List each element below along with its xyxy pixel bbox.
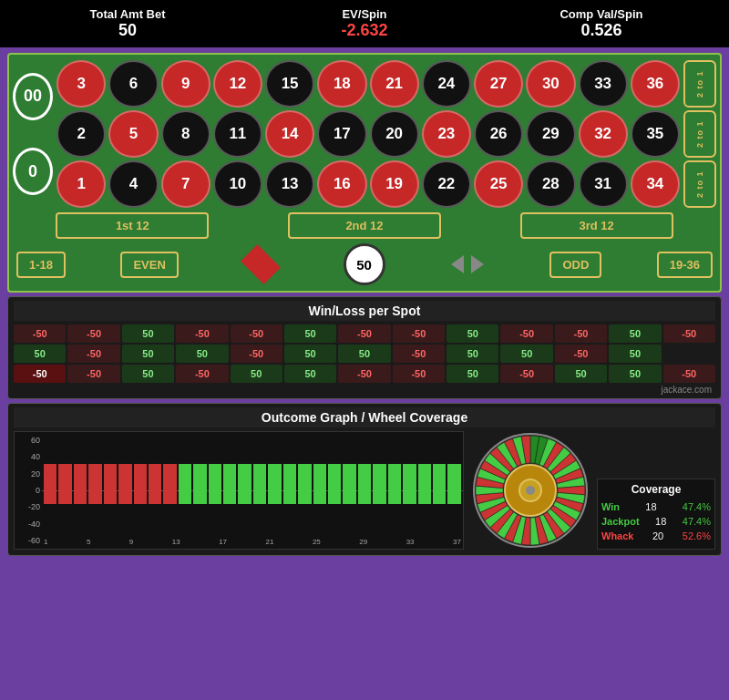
first-dozen-button[interactable]: 1st 12 — [56, 212, 209, 239]
winloss-title: Win/Loss per Spot — [14, 301, 715, 321]
wl-cell-0-5: 50 — [284, 324, 336, 343]
number-10[interactable]: 10 — [213, 160, 262, 208]
number-7[interactable]: 7 — [161, 160, 210, 208]
number-3[interactable]: 3 — [56, 60, 106, 108]
wl-cell-2-11: 50 — [609, 365, 661, 383]
number-8[interactable]: 8 — [161, 110, 210, 158]
y-axis-label: 20 — [16, 469, 40, 479]
number-30[interactable]: 30 — [526, 60, 575, 108]
number-12[interactable]: 12 — [213, 60, 262, 108]
two-to-one-bot[interactable]: 2 to 1 — [683, 160, 716, 208]
x-axis-label: 17 — [219, 538, 227, 546]
chart-bar — [358, 434, 371, 534]
number-14[interactable]: 14 — [265, 110, 314, 158]
chart-bar — [44, 434, 56, 534]
number-33[interactable]: 33 — [579, 60, 628, 108]
number-27[interactable]: 27 — [474, 60, 523, 108]
two-to-one-mid[interactable]: 2 to 1 — [683, 110, 716, 158]
number-22[interactable]: 22 — [422, 160, 471, 208]
x-axis-label: 1 — [44, 538, 47, 546]
number-16[interactable]: 16 — [317, 160, 366, 208]
comp-val-label: Comp Val/Spin — [483, 7, 720, 21]
number-5[interactable]: 5 — [108, 110, 158, 158]
wl-cell-2-3: -50 — [176, 365, 228, 383]
coverage-table: Coverage Win 18 47.4% Jackpot 18 47.4% W… — [597, 479, 715, 550]
coverage-jackpot-count: 18 — [655, 516, 666, 527]
wl-cell-0-4: -50 — [231, 324, 282, 343]
zero-button[interactable]: 0 — [13, 148, 53, 195]
number-17[interactable]: 17 — [317, 110, 366, 158]
even-button[interactable]: EVEN — [120, 252, 178, 278]
wl-cell-1-8: 50 — [447, 345, 498, 363]
number-20[interactable]: 20 — [370, 110, 419, 158]
number-9[interactable]: 9 — [161, 60, 210, 108]
chart-bar — [298, 434, 311, 534]
number-34[interactable]: 34 — [631, 160, 680, 208]
number-29[interactable]: 29 — [526, 110, 575, 158]
chart-bar — [58, 434, 71, 534]
comp-val-col: Comp Val/Spin 0.526 — [483, 7, 720, 40]
chart-bar — [447, 434, 460, 534]
y-axis-label: 60 — [16, 436, 40, 445]
number-21[interactable]: 21 — [370, 60, 419, 108]
wl-cell-1-12 — [663, 345, 715, 363]
number-2[interactable]: 2 — [56, 110, 106, 158]
second-dozen-button[interactable]: 2nd 12 — [288, 212, 441, 239]
odd-button[interactable]: ODD — [549, 252, 601, 278]
number-28[interactable]: 28 — [526, 160, 575, 208]
low-button[interactable]: 1-18 — [16, 252, 66, 278]
number-36[interactable]: 36 — [631, 60, 680, 108]
number-19[interactable]: 19 — [370, 160, 419, 208]
wl-cell-1-3: 50 — [176, 345, 228, 363]
chip-50[interactable]: 50 — [344, 243, 385, 285]
ev-spin-label: EV/Spin — [246, 7, 483, 21]
chart-bar — [328, 434, 341, 534]
number-26[interactable]: 26 — [474, 110, 523, 158]
double-zero-button[interactable]: 00 — [13, 73, 53, 120]
roulette-table: 00 0 36912151821242730333625811141720232… — [7, 53, 722, 293]
x-axis-label: 9 — [129, 538, 133, 546]
third-dozen-button[interactable]: 3rd 12 — [520, 212, 673, 239]
chart-bar — [118, 434, 131, 534]
number-25[interactable]: 25 — [474, 160, 523, 208]
number-31[interactable]: 31 — [579, 160, 628, 208]
wl-cell-1-9: 50 — [500, 345, 552, 363]
winloss-section: Win/Loss per Spot -50-5050-50-5050-50-50… — [7, 296, 722, 399]
chart-bar — [74, 434, 87, 534]
winloss-grid: -50-5050-50-5050-50-5050-50-5050-5050-50… — [14, 324, 715, 383]
number-11[interactable]: 11 — [213, 110, 262, 158]
chart-bar — [433, 434, 446, 534]
number-18[interactable]: 18 — [317, 60, 366, 108]
number-1[interactable]: 1 — [56, 160, 106, 208]
outcome-bar-chart: 6040200-20-40-60 15913172125293337 — [14, 431, 464, 550]
high-button[interactable]: 19-36 — [657, 252, 713, 278]
wl-cell-0-0: -50 — [14, 324, 66, 343]
wheel-container — [471, 431, 590, 550]
number-13[interactable]: 13 — [265, 160, 314, 208]
number-6[interactable]: 6 — [108, 60, 158, 108]
y-axis-label: 0 — [16, 486, 40, 495]
coverage-whack-row: Whack 20 52.6% — [601, 530, 711, 541]
chart-bar — [268, 434, 281, 534]
coverage-whack-pct: 52.6% — [683, 530, 711, 541]
coverage-jackpot-label: Jackpot — [601, 516, 640, 527]
wheel-svg — [471, 431, 590, 550]
number-15[interactable]: 15 — [265, 60, 314, 108]
chart-bars — [42, 432, 463, 534]
y-axis-label: 40 — [16, 452, 40, 461]
comp-val-value: 0.526 — [483, 21, 720, 40]
wl-cell-0-9: -50 — [500, 324, 552, 343]
zero-column: 00 0 — [13, 60, 53, 208]
number-32[interactable]: 32 — [579, 110, 628, 158]
number-35[interactable]: 35 — [631, 110, 680, 158]
y-axis-label: -60 — [16, 536, 40, 545]
y-axis-label: -20 — [16, 502, 40, 511]
number-4[interactable]: 4 — [108, 160, 158, 208]
number-23[interactable]: 23 — [422, 110, 471, 158]
wl-cell-1-5: 50 — [284, 345, 336, 363]
number-24[interactable]: 24 — [422, 60, 471, 108]
chart-bar — [373, 434, 385, 534]
wl-cell-1-4: -50 — [231, 345, 282, 363]
two-to-one-top[interactable]: 2 to 1 — [683, 60, 716, 108]
wl-cell-2-1: -50 — [67, 365, 119, 383]
